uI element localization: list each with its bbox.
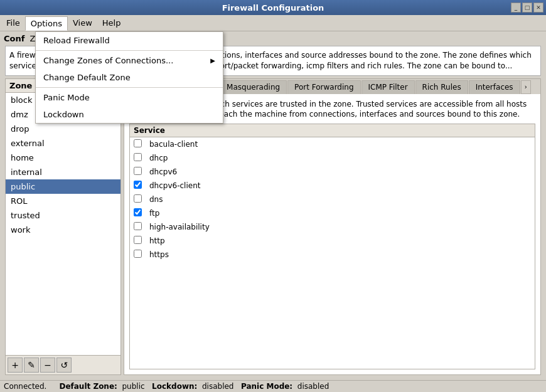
service-label-https: https [146, 248, 535, 262]
panic-label: Panic Mode: [241, 382, 292, 391]
minimize-button[interactable]: _ [511, 3, 521, 13]
tab-port-forwarding[interactable]: Port Forwarding [287, 80, 360, 94]
service-checkbox-dhcpv6[interactable] [134, 167, 142, 175]
menu-help[interactable]: Help [97, 16, 126, 31]
title-bar: Firewall Configuration _ □ ✕ [0, 0, 546, 15]
window-controls[interactable]: _ □ ✕ [511, 3, 543, 13]
sidebar-action-edit[interactable]: ✎ [24, 358, 39, 373]
service-row-high-availability: high-availability [130, 220, 535, 234]
menu-view[interactable]: View [68, 16, 97, 31]
service-label-dhcpv6: dhcpv6 [146, 165, 535, 179]
services-scroll-area[interactable]: Service bacula-clientdhcpdhcpv6dhcpv6-cl… [130, 124, 535, 290]
services-list: bacula-clientdhcpdhcpv6dhcpv6-clientdnsf… [130, 137, 535, 262]
dropdown-lockdown[interactable]: Lockdown [36, 106, 223, 123]
service-checkbox-http[interactable] [134, 236, 142, 244]
default-zone-value: public [122, 382, 145, 391]
connected-status: Connected. [4, 382, 46, 391]
default-zone-section: Default Zone: public Lockdown: disabled … [59, 382, 329, 391]
config-label: Conf [4, 34, 24, 43]
sidebar-zone-drop[interactable]: drop [6, 122, 120, 136]
menu-options[interactable]: Options [25, 16, 68, 31]
service-checkbox-high-availability[interactable] [134, 222, 142, 230]
dropdown-separator-1 [36, 50, 223, 51]
sidebar-zone-public[interactable]: public [6, 179, 120, 194]
service-row-bacula-client: bacula-client [130, 137, 535, 152]
sidebar-zone-internal[interactable]: internal [6, 165, 120, 179]
dropdown-panic[interactable]: Panic Mode [36, 89, 223, 106]
maximize-button[interactable]: □ [522, 3, 532, 13]
service-row-dhcp: dhcp [130, 151, 535, 165]
sidebar-actions: +✎−↺ [6, 355, 120, 374]
default-zone-label: Default Zone: [59, 382, 117, 391]
dropdown-separator-2 [36, 87, 223, 88]
dropdown-change-zones[interactable]: Change Zones of Connections... ▶ [36, 52, 223, 69]
sidebar-zone-home[interactable]: home [6, 151, 120, 165]
panic-value: disabled [297, 382, 329, 391]
menu-file[interactable]: File [1, 16, 25, 31]
service-row-http: http [130, 234, 535, 248]
sidebar-action-remove[interactable]: − [40, 358, 55, 373]
service-label-http: http [146, 234, 535, 248]
services-table-container: Service bacula-clientdhcpdhcpv6dhcpv6-cl… [129, 124, 535, 369]
sidebar-zone-work[interactable]: work [6, 223, 120, 237]
service-checkbox-dhcpv6-client[interactable] [134, 181, 142, 189]
options-dropdown: Reload Firewalld Change Zones of Connect… [35, 31, 223, 124]
sidebar-action-add[interactable]: + [8, 358, 23, 373]
menu-bar: File Options View Help Reload Firewalld … [0, 15, 546, 31]
service-label-ftp: ftp [146, 206, 535, 220]
window-title: Firewall Configuration [222, 3, 324, 13]
zone-list: blockdmzdropexternalhomeinternalpublicRO… [6, 93, 120, 355]
service-label-dhcpv6-client: dhcpv6-client [146, 179, 535, 193]
service-checkbox-bacula-client[interactable] [134, 139, 142, 147]
lockdown-value: disabled [202, 382, 234, 391]
dropdown-change-default[interactable]: Change Default Zone [36, 69, 223, 86]
close-button[interactable]: ✕ [533, 3, 543, 13]
sidebar-zone-external[interactable]: external [6, 136, 120, 151]
service-row-dhcpv6: dhcpv6 [130, 165, 535, 179]
lockdown-label: Lockdown: [152, 382, 197, 391]
tab-icmp-filter[interactable]: ICMP Filter [361, 80, 415, 94]
service-label-dhcp: dhcp [146, 151, 535, 165]
tab-interfaces[interactable]: Interfaces [469, 80, 520, 94]
service-row-dhcpv6-client: dhcpv6-client [130, 179, 535, 193]
sidebar-zone-trusted[interactable]: trusted [6, 208, 120, 223]
service-label-dns: dns [146, 193, 535, 206]
service-row-https: https [130, 248, 535, 262]
submenu-arrow-icon: ▶ [210, 57, 215, 64]
service-row-dns: dns [130, 193, 535, 206]
service-label-bacula-client: bacula-client [146, 137, 535, 152]
service-checkbox-dns[interactable] [134, 194, 142, 203]
service-checkbox-https[interactable] [134, 250, 142, 258]
tab-scroll-right[interactable]: › [521, 80, 531, 94]
services-table: Service bacula-clientdhcpdhcpv6dhcpv6-cl… [130, 124, 535, 262]
sidebar-zone-ROL[interactable]: ROL [6, 194, 120, 208]
service-label-high-availability: high-availability [146, 220, 535, 234]
tab-masquerading[interactable]: Masquerading [220, 80, 287, 94]
service-checkbox-dhcp[interactable] [134, 153, 142, 161]
service-column-header: Service [130, 124, 535, 137]
sidebar-action-reload[interactable]: ↺ [56, 358, 72, 373]
service-checkbox-ftp[interactable] [134, 208, 142, 216]
tab-rich-rules[interactable]: Rich Rules [415, 80, 468, 94]
tab-content: Here you can define which services are t… [124, 94, 540, 374]
service-row-ftp: ftp [130, 206, 535, 220]
dropdown-reload[interactable]: Reload Firewalld [36, 32, 223, 49]
status-bar: Connected. Default Zone: public Lockdown… [0, 380, 546, 392]
